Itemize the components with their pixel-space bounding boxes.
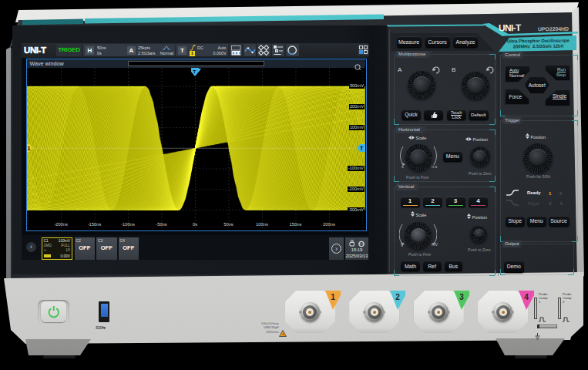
svg-text:2: 2 [395, 293, 400, 301]
svg-text:1: 1 [27, 146, 30, 151]
svg-text:3: 3 [459, 293, 464, 301]
svg-text:T: T [360, 146, 364, 151]
svg-text:T: T [193, 69, 197, 73]
svg-text:1: 1 [331, 293, 336, 301]
svg-text:4: 4 [524, 293, 529, 301]
